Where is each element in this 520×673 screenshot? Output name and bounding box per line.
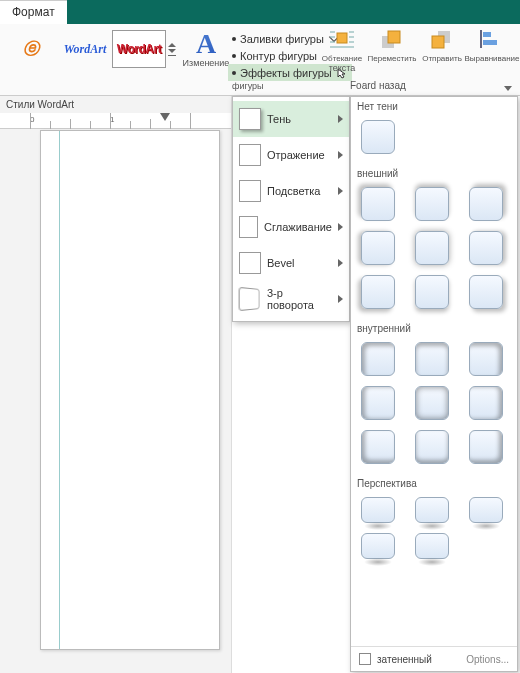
shadow-outer-6[interactable] [469, 231, 503, 265]
shadow-outer-3[interactable] [469, 187, 503, 221]
submenu-arrow-icon [338, 115, 343, 123]
bullet-icon [232, 54, 236, 58]
svg-rect-0 [337, 33, 347, 43]
bring-forward-icon [378, 28, 406, 52]
change-wordart-button[interactable]: A Изменение [188, 30, 224, 68]
ruler-indent-marker[interactable] [160, 113, 170, 121]
svg-rect-12 [483, 32, 491, 37]
submenu-arrow-icon [338, 223, 343, 231]
glow-swatch-icon [239, 180, 261, 202]
margin-guide [59, 131, 60, 649]
shadow-options-link[interactable]: Options... [466, 654, 509, 665]
fx-reflection-item[interactable]: Отражение [233, 137, 349, 173]
shadow-perspective-1[interactable] [361, 497, 395, 523]
shape-effects-menu: Тень Отражение Подсветка Сглаживание Bev… [232, 96, 350, 322]
perspective-shadow-heading: Перспектива [351, 474, 517, 491]
fx-glow-item[interactable]: Подсветка [233, 173, 349, 209]
document-area: Стили WordArt 0 1 [0, 96, 232, 673]
title-bar [0, 0, 520, 24]
svg-rect-11 [432, 36, 444, 48]
wordart-style-3[interactable]: WordArt [112, 30, 166, 68]
shadow-inner-7[interactable] [361, 430, 395, 464]
wordart-gallery: ⓔ WordArt WordArt [0, 24, 184, 74]
shadow-outer-1[interactable] [361, 187, 395, 221]
fx-bevel-item[interactable]: Bevel [233, 245, 349, 281]
bullet-icon [232, 37, 236, 41]
shadow-outer-9[interactable] [469, 275, 503, 309]
softedge-swatch-icon [239, 216, 258, 238]
arrange-group: Обтекание текста Переместить Отправить В… [318, 28, 516, 73]
shadow-swatch-icon [239, 108, 261, 130]
fx-shadow-item[interactable]: Тень [233, 101, 349, 137]
outer-shadow-heading: внешний [351, 164, 517, 181]
shadow-perspective-3[interactable] [469, 497, 503, 523]
shapes-group-label: фигуры [228, 81, 352, 91]
wordart-style-2[interactable]: WordArt [58, 30, 112, 68]
shadow-outer-4[interactable] [361, 231, 395, 265]
svg-rect-13 [483, 40, 497, 45]
wordart-style-1[interactable]: ⓔ [4, 30, 58, 68]
inner-shadow-heading: внутренний [351, 319, 517, 336]
shadow-outer-8[interactable] [415, 275, 449, 309]
bullet-icon [232, 71, 236, 75]
fx-3drotation-item[interactable]: 3-р поворота [233, 281, 349, 317]
rotation3d-swatch-icon [239, 287, 260, 311]
shadow-inner-1[interactable] [361, 342, 395, 376]
ribbon-overflow-button[interactable] [504, 86, 512, 91]
shadow-outer-5[interactable] [415, 231, 449, 265]
align-button[interactable]: Выравнивание [468, 28, 516, 73]
send-backward-button[interactable]: Отправить [418, 28, 466, 73]
tab-format[interactable]: Формат [0, 0, 67, 24]
shadow-outer-7[interactable] [361, 275, 395, 309]
shadow-gallery: Нет тени внешний внутренний Перспектива [350, 96, 518, 672]
checkbox-icon [359, 653, 371, 665]
shadow-inner-2[interactable] [415, 342, 449, 376]
send-backward-icon [428, 28, 456, 52]
reflection-swatch-icon [239, 144, 261, 166]
shadow-none[interactable] [361, 120, 395, 154]
svg-rect-9 [388, 31, 400, 43]
wordart-gallery-more[interactable] [166, 43, 180, 56]
wrap-text-icon [328, 28, 356, 52]
ribbon: ⓔ WordArt WordArt A Изменение Заливки фи… [0, 24, 520, 96]
shadow-inner-6[interactable] [469, 386, 503, 420]
wrap-text-button[interactable]: Обтекание текста [318, 28, 366, 73]
wordart-styles-label: Стили WordArt [0, 96, 231, 113]
foard-label: Foard назад [350, 80, 406, 91]
shadow-inner-5[interactable] [415, 386, 449, 420]
shadow-perspective-5[interactable] [415, 533, 449, 559]
submenu-arrow-icon [338, 295, 343, 303]
horizontal-ruler[interactable]: 0 1 [0, 113, 231, 129]
submenu-arrow-icon [338, 151, 343, 159]
shadow-outer-2[interactable] [415, 187, 449, 221]
fx-softedge-item[interactable]: Сглаживание [233, 209, 349, 245]
no-shadow-heading: Нет тени [351, 97, 517, 114]
shadow-inner-8[interactable] [415, 430, 449, 464]
letter-a-icon: A [196, 30, 216, 58]
submenu-arrow-icon [338, 259, 343, 267]
shadow-inner-3[interactable] [469, 342, 503, 376]
shadow-footer-label: затененный [377, 654, 432, 665]
bevel-swatch-icon [239, 252, 261, 274]
shadow-perspective-4[interactable] [361, 533, 395, 559]
shadow-inner-9[interactable] [469, 430, 503, 464]
shadow-options-row[interactable]: затененный Options... [351, 646, 517, 671]
page[interactable] [40, 130, 220, 650]
submenu-arrow-icon [338, 187, 343, 195]
shadow-inner-4[interactable] [361, 386, 395, 420]
shadow-perspective-2[interactable] [415, 497, 449, 523]
bring-forward-button[interactable]: Переместить [368, 28, 416, 73]
align-icon [478, 28, 506, 52]
